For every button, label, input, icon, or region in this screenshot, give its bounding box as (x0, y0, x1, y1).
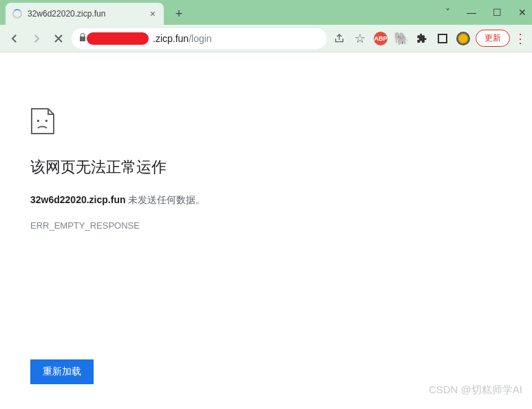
kebab-menu-icon[interactable]: ⋮ (514, 31, 526, 46)
url-text: .zicp.fun/login (153, 33, 212, 44)
loading-spinner-icon (12, 9, 22, 19)
reload-button[interactable]: 重新加载 (30, 359, 94, 384)
error-message: 32w6d22020.zicp.fun 未发送任何数据。 (30, 194, 502, 207)
address-bar[interactable]: .zicp.fun/login (72, 28, 327, 49)
redacted-url-portion (87, 32, 149, 45)
window-close-button[interactable]: ✕ (518, 7, 526, 18)
evernote-extension-icon[interactable]: 🐘 (393, 30, 409, 47)
svg-rect-0 (37, 120, 39, 122)
extensions-icon[interactable] (414, 30, 430, 47)
lock-icon (78, 32, 87, 44)
tab-title: 32w6d22020.zicp.fun (28, 9, 143, 19)
titlebar: 32w6d22020.zicp.fun × + ˅ — ☐ ✕ (0, 0, 532, 25)
browser-tab[interactable]: 32w6d22020.zicp.fun × (6, 3, 164, 25)
error-code: ERR_EMPTY_RESPONSE (30, 220, 502, 231)
browser-toolbar: .zicp.fun/login ☆ ABP 🐘 更新 ⋮ (0, 25, 532, 52)
new-tab-button[interactable]: + (169, 4, 189, 23)
error-page-content: 该网页无法正常运作 32w6d22020.zicp.fun 未发送任何数据。 E… (0, 52, 532, 231)
back-button[interactable] (6, 30, 23, 48)
update-button[interactable]: 更新 (476, 30, 510, 47)
error-heading: 该网页无法正常运作 (30, 157, 502, 178)
maximize-button[interactable]: ☐ (493, 7, 502, 18)
minimize-button[interactable]: — (467, 7, 476, 18)
watermark-text: CSDN @切糕师学AI (429, 384, 522, 397)
share-icon[interactable] (331, 30, 348, 47)
chevron-down-icon[interactable]: ˅ (445, 7, 450, 18)
tab-close-icon[interactable]: × (149, 8, 157, 19)
bookmark-star-icon[interactable]: ☆ (352, 30, 368, 47)
error-host: 32w6d22020.zicp.fun (30, 194, 126, 205)
svg-rect-1 (45, 120, 47, 122)
stop-reload-button[interactable] (50, 30, 67, 48)
forward-button[interactable] (28, 30, 45, 48)
profile-avatar-icon[interactable] (455, 30, 471, 47)
window-controls: ˅ — ☐ ✕ (445, 0, 526, 25)
adblock-extension-icon[interactable]: ABP (372, 30, 389, 47)
sad-page-icon (30, 107, 55, 135)
reading-list-icon[interactable] (434, 30, 451, 47)
